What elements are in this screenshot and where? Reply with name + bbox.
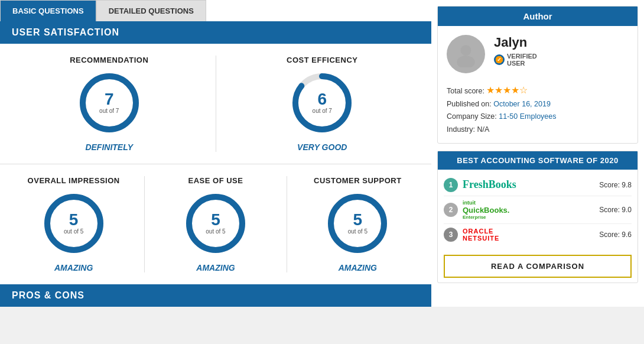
- metric-overall-impression: OVERALL IMPRESSION 5 out of 5 AMAZING: [6, 176, 141, 272]
- customer-support-value: 5: [348, 212, 367, 228]
- user-satisfaction-header: USER SATISFACTION: [0, 21, 431, 44]
- star-rating: ★★★★☆: [486, 85, 528, 95]
- cost-efficency-outof: out of 7: [313, 108, 332, 115]
- compare-button[interactable]: READ A COMPARISON: [444, 255, 632, 278]
- overall-impression-value: 5: [64, 212, 83, 228]
- overall-impression-label: OVERALL IMPRESSION: [28, 176, 120, 185]
- customer-support-label: CUSTOMER SUPPORT: [314, 176, 402, 185]
- recommendation-outof: out of 7: [99, 108, 119, 115]
- author-box: Author Jalyn ✓ VERIFIEDUSER: [437, 6, 638, 144]
- ease-of-use-value: 5: [206, 212, 225, 228]
- quickbooks-logo: intuit QuickBooks. Enterprise: [463, 200, 594, 220]
- top-metrics-row: RECOMMENDATION 7 out of 7 DEFINITELY COS…: [0, 44, 431, 164]
- customer-support-outof: out of 5: [348, 228, 367, 235]
- overall-impression-verdict: AMAZING: [54, 263, 93, 272]
- verified-icon: ✓: [494, 54, 505, 65]
- metric-recommendation: RECOMMENDATION 7 out of 7 DEFINITELY: [6, 56, 213, 152]
- left-panel: BASIC QUESTIONS DETAILED QUESTIONS USER …: [0, 0, 431, 307]
- best-software-header: BEST ACCOUNTING SOFTWARE OF 2020: [438, 151, 638, 170]
- best-software-box: BEST ACCOUNTING SOFTWARE OF 2020 1 Fresh…: [437, 151, 638, 283]
- ease-of-use-outof: out of 5: [206, 228, 225, 235]
- verified-badge: ✓ VERIFIEDUSER: [494, 53, 537, 67]
- svg-point-11: [457, 56, 475, 67]
- tab-basic-questions[interactable]: BASIC QUESTIONS: [0, 0, 96, 21]
- oracle-logo: ORACLE NETSUITE: [463, 228, 594, 242]
- published-date: October 16, 2019: [493, 100, 551, 108]
- customer-support-circle: 5 out of 5: [325, 191, 390, 256]
- cost-efficency-value: 6: [313, 91, 332, 108]
- company-size-value: 11-50 Employees: [499, 112, 556, 121]
- metric-cost-efficency: COST EFFICENCY 6 out of 7 VERY GOOD: [219, 56, 426, 152]
- best-software-list: 1 FreshBooks Score: 9.8 2 intuit QuickBo…: [438, 170, 638, 250]
- cost-efficency-circle: 6 out of 7: [290, 70, 354, 135]
- bottom-metrics-row: OVERALL IMPRESSION 5 out of 5 AMAZING EA…: [0, 164, 431, 284]
- quickbooks-score: Score: 9.0: [599, 206, 632, 214]
- ease-of-use-circle: 5 out of 5: [183, 191, 248, 256]
- industry-row: Industry: N/A: [447, 124, 629, 136]
- verified-label: VERIFIEDUSER: [507, 53, 537, 67]
- author-name: Jalyn: [494, 35, 537, 50]
- rank-2-badge: 2: [444, 203, 458, 217]
- ease-of-use-label: EASE OF USE: [188, 176, 243, 185]
- overall-impression-outof: out of 5: [64, 228, 83, 235]
- cost-efficency-verdict: VERY GOOD: [297, 142, 347, 152]
- published-row: Published on: October 16, 2019: [447, 98, 629, 111]
- cost-efficency-label: COST EFFICENCY: [287, 56, 357, 64]
- freshbooks-logo: FreshBooks: [463, 179, 594, 191]
- rank-3-badge: 3: [444, 228, 458, 242]
- industry-value: N/A: [477, 125, 489, 134]
- recommendation-circle: 7 out of 7: [77, 70, 142, 135]
- tabs-bar: BASIC QUESTIONS DETAILED QUESTIONS: [0, 0, 431, 21]
- oracle-score: Score: 9.6: [599, 231, 632, 239]
- author-info: Jalyn ✓ VERIFIEDUSER: [494, 35, 537, 67]
- best-item-freshbooks: 1 FreshBooks Score: 9.8: [444, 174, 632, 196]
- company-size-row: Company Size: 11-50 Employees: [447, 111, 629, 123]
- freshbooks-score: Score: 9.8: [599, 181, 632, 189]
- author-details: Total score: ★★★★☆ Published on: October…: [438, 82, 638, 143]
- overall-impression-circle: 5 out of 5: [41, 191, 106, 256]
- best-item-oracle: 3 ORACLE NETSUITE Score: 9.6: [444, 224, 632, 245]
- avatar: [447, 35, 485, 73]
- recommendation-label: RECOMMENDATION: [70, 56, 148, 64]
- svg-point-10: [461, 45, 471, 56]
- pros-cons-header: PROS & CONS: [0, 284, 431, 307]
- tab-detailed-questions[interactable]: DETAILED QUESTIONS: [96, 0, 206, 21]
- total-score-row: Total score: ★★★★☆: [447, 82, 629, 98]
- recommendation-verdict: DEFINITELY: [85, 142, 133, 152]
- author-header: Author: [438, 7, 638, 26]
- metric-ease-of-use: EASE OF USE 5 out of 5 AMAZING: [148, 176, 283, 272]
- best-item-quickbooks: 2 intuit QuickBooks. Enterprise Score: 9…: [444, 196, 632, 224]
- customer-support-verdict: AMAZING: [339, 263, 377, 272]
- author-body: Jalyn ✓ VERIFIEDUSER: [438, 26, 638, 82]
- ease-of-use-verdict: AMAZING: [196, 263, 235, 272]
- rank-1-badge: 1: [444, 178, 458, 192]
- recommendation-value: 7: [99, 91, 119, 108]
- right-panel: Author Jalyn ✓ VERIFIEDUSER: [431, 0, 644, 307]
- metric-customer-support: CUSTOMER SUPPORT 5 out of 5 AMAZING: [290, 176, 425, 272]
